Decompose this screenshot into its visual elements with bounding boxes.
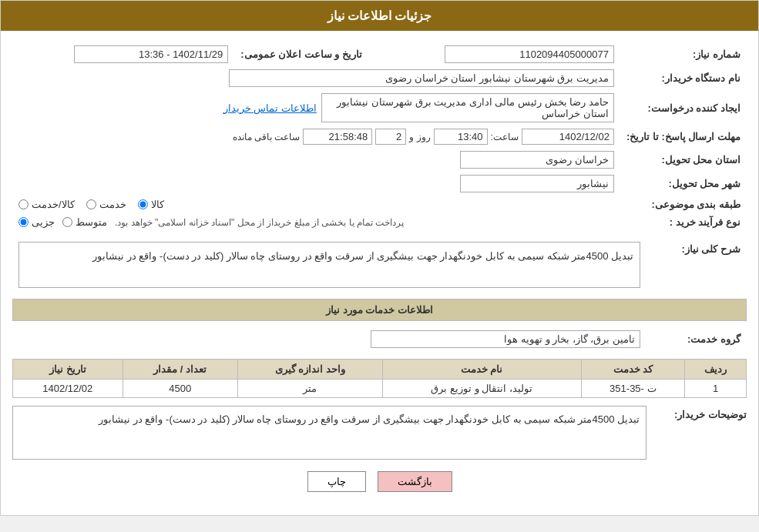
buyer-org-label: نام دستگاه خریدار: <box>620 66 747 90</box>
radio-goods-services-label: کالا/خدمت <box>32 199 75 210</box>
publish-time-value: 1402/11/29 - 13:36 <box>74 45 228 63</box>
city-value: نیشابور <box>460 175 614 192</box>
buyer-org-value: مدیریت برق شهرستان نیشابور استان خراسان … <box>229 69 614 87</box>
response-deadline-label: مهلت ارسال پاسخ: تا تاریخ: <box>620 125 747 148</box>
need-number-label: شماره نیاز: <box>620 42 747 66</box>
response-time: 13:40 <box>434 129 488 145</box>
bottom-buttons: بازگشت چاپ <box>12 460 747 504</box>
buyer-notes-label: توضیحات خریدار: <box>646 406 747 420</box>
col-need-date: تاریخ نیاز <box>13 360 123 380</box>
publish-time-label: تاریخ و ساعت اعلان عمومی: <box>234 42 378 66</box>
response-remaining-time: 21:58:48 <box>303 129 372 145</box>
need-number-value: 1102094405000077 <box>445 45 614 63</box>
requester-label: ایجاد کننده درخواست: <box>620 90 747 125</box>
process-type-label: نوع فرآیند خرید : <box>620 213 747 231</box>
radio-medium-label: متوسط <box>76 216 107 228</box>
back-button[interactable]: بازگشت <box>378 471 452 492</box>
response-remaining-label: ساعت باقی مانده <box>233 132 301 142</box>
service-group-value: تامین برق، گاز، بخار و تهویه هوا <box>371 330 640 348</box>
page-title: جزئیات اطلاعات نیاز <box>327 9 432 22</box>
description-value: تبدیل 4500متر شبکه سیمی به کابل خودنگهدا… <box>18 242 640 288</box>
contact-info-link[interactable]: اطلاعات تماس خریدار <box>223 102 317 114</box>
cell-quantity: 4500 <box>123 380 237 398</box>
cell-unit: متر <box>237 380 382 398</box>
service-group-label: گروه خدمت: <box>646 327 747 351</box>
radio-service[interactable]: خدمت <box>86 199 126 210</box>
response-date: 1402/12/02 <box>522 129 614 145</box>
buyer-notes-row: توضیحات خریدار: تبدیل 4500متر شبکه سیمی … <box>12 406 747 460</box>
cell-service-name: تولید، انتقال و توزیع برق <box>382 380 581 398</box>
cell-row-num: 1 <box>685 380 747 398</box>
province-value: خراسان رضوی <box>460 151 614 169</box>
col-service-code: کد خدمت <box>581 360 685 380</box>
city-label: شهر محل تحویل: <box>620 172 747 196</box>
radio-goods-services[interactable]: کالا/خدمت <box>18 199 75 210</box>
col-quantity: تعداد / مقدار <box>123 360 237 380</box>
province-label: استان محل تحویل: <box>620 148 747 172</box>
radio-goods[interactable]: کالا <box>138 199 164 210</box>
radio-goods-label: کالا <box>151 199 164 210</box>
table-row: 1 ت -35-351 تولید، انتقال و توزیع برق مت… <box>13 380 747 398</box>
response-time-label: ساعت: <box>491 132 519 142</box>
buyer-notes-value: تبدیل 4500متر شبکه سیمی به کابل خودنگهدا… <box>12 406 646 460</box>
radio-medium[interactable]: متوسط <box>62 216 107 228</box>
col-service-name: نام خدمت <box>382 360 581 380</box>
services-table: ردیف کد خدمت نام خدمت واحد اندازه گیری ت… <box>12 359 747 398</box>
response-days: 2 <box>375 129 406 145</box>
process-note: پرداخت تمام یا بخشی از مبلغ خریداز از مح… <box>115 217 404 228</box>
radio-partial-label: جزیی <box>32 216 55 228</box>
cell-need-date: 1402/12/02 <box>13 380 123 398</box>
radio-service-label: خدمت <box>99 199 126 210</box>
services-section-header: اطلاعات خدمات مورد نیاز <box>12 299 747 321</box>
response-days-label: روز و <box>409 132 430 142</box>
col-row-num: ردیف <box>685 360 747 380</box>
description-label: شرح کلی نیاز: <box>646 239 747 291</box>
cell-service-code: ت -35-351 <box>581 380 685 398</box>
category-label: طبقه بندی موضوعی: <box>620 196 747 213</box>
print-button[interactable]: چاپ <box>307 471 366 492</box>
col-unit: واحد اندازه گیری <box>237 360 382 380</box>
radio-partial[interactable]: جزیی <box>18 216 55 228</box>
page-header: جزئیات اطلاعات نیاز <box>1 1 758 31</box>
requester-value: حامد رضا بخش رئیس مالی اداری مدیریت برق … <box>321 93 614 122</box>
